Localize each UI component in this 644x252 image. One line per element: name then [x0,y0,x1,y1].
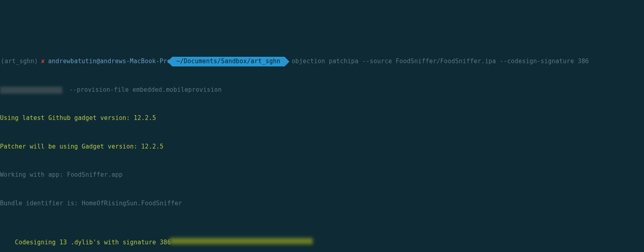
command-continuation: --provision-file embedded.mobileprovisio… [0,85,644,95]
output-working-app: Working with app: FoodSniffer.app [0,170,644,180]
output-codesign-header: Codesigning 13 .dylib's with signature 3… [0,227,644,252]
cwd-path-badge: ~/Documents/Sandbox/art_sghn [172,57,284,66]
terminal-window[interactable]: (art_sghn) ✘ andrewbatutin@andrews-MacBo… [0,38,644,252]
output-patcher-version: Patcher will be using Gadget version: 12… [0,142,644,152]
redacted-block-icon [0,87,62,94]
error-x-icon: ✘ [40,57,48,66]
command-args-continued: --provision-file embedded.mobileprovisio… [66,85,222,95]
output-gadget-version: Using latest Github gadget version: 12.2… [0,114,644,123]
prompt-line: (art_sghn) ✘ andrewbatutin@andrews-MacBo… [0,57,644,66]
command-input[interactable]: objection patchipa --source FoodSniffer/… [285,57,589,66]
redacted-signature-icon [170,238,313,244]
virtualenv-name: (art_sghn) [0,57,40,66]
user-at-host: andrewbatutin@andrews-MacBook-Pro [48,57,173,66]
codesign-prefix: Codesigning 13 .dylib's with signature 3… [15,239,171,246]
output-bundle-id: Bundle identifier is: HomeOfRisingSun.Fo… [0,199,644,209]
